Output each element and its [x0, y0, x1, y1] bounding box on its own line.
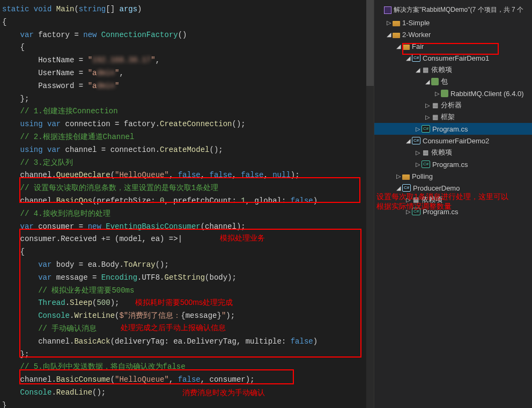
csproj-icon: C#	[412, 137, 420, 144]
tree-folder-2worker[interactable]: ◢2-Worker	[374, 28, 532, 40]
annotation-text-4: 消费消息时改为手动确认	[182, 387, 265, 399]
folder-icon	[393, 33, 400, 38]
framework-icon: ▦	[431, 113, 439, 121]
chevron-right-icon: ▷	[424, 114, 431, 121]
chevron-down-icon: ◢	[395, 185, 402, 192]
tree-analyzers[interactable]: ▷▦分析器	[374, 99, 532, 111]
package-icon	[431, 78, 439, 85]
annotation-text-1: 模拟处理业务	[220, 232, 265, 245]
annotation-text-side2: 根据实际情况调整数量	[376, 202, 531, 212]
chevron-right-icon: ▷	[414, 126, 422, 133]
chevron-right-icon: ▷	[395, 173, 402, 180]
tree-file-program1[interactable]: ▷C#Program.cs	[374, 123, 532, 135]
tree-project-consumerfairdemo1[interactable]: ◢C#ConsumerFairDemo1	[374, 52, 532, 64]
folder-icon	[402, 45, 410, 50]
analyzer-icon: ▦	[431, 101, 439, 109]
dependencies-icon: ▦	[422, 66, 429, 74]
annotation-text-2: 模拟耗时需要500ms处理完成	[135, 296, 233, 309]
solution-explorer[interactable]: 解决方案"RabbitMQDemo"(7 个项目，共 7 个 ▷1-Simple…	[374, 0, 532, 408]
tree-project-consumerfairdemo2[interactable]: ◢C#ConsumerFairDemo2	[374, 135, 532, 147]
dependencies-icon: ▦	[422, 149, 429, 156]
csproj-icon: C#	[412, 54, 420, 62]
annotation-text-side1: 设置每次取1条消息进行处理，这里可以	[376, 192, 531, 202]
tree-folder-1simple[interactable]: ▷1-Simple	[374, 17, 532, 28]
chevron-down-icon: ◢	[395, 43, 402, 50]
chevron-right-icon: ▷	[385, 19, 393, 26]
tree-dependencies[interactable]: ◢▦依赖项	[374, 64, 532, 76]
chevron-right-icon: ▷	[424, 102, 431, 109]
chevron-right-icon: ▷	[414, 161, 422, 168]
chevron-right-icon: ▷	[433, 90, 441, 97]
folder-icon	[402, 174, 410, 180]
tree-package-rabbitmq[interactable]: ▷RabbitMQ.Client (6.4.0)	[374, 88, 532, 99]
tree-packages[interactable]: ◢包	[374, 76, 532, 88]
solution-header[interactable]: 解决方案"RabbitMQDemo"(7 个项目，共 7 个	[374, 4, 532, 17]
chevron-down-icon: ◢	[424, 78, 431, 85]
tree-frameworks[interactable]: ▷▦框架	[374, 111, 532, 123]
folder-icon	[393, 21, 400, 26]
annotation-text-3: 处理完成之后手动上报确认信息	[121, 322, 226, 334]
editor-scrollbar[interactable]	[366, 0, 374, 408]
csproj-icon: C#	[402, 184, 411, 192]
chevron-right-icon: ▷	[414, 149, 422, 156]
tree-file-program2[interactable]: ▷C#Program.cs	[374, 158, 532, 170]
package-icon	[441, 90, 448, 97]
code-editor[interactable]: static void Main(string[] args) { var fa…	[0, 0, 374, 408]
tree-folder-polling[interactable]: ▷Polling	[374, 170, 532, 182]
chevron-down-icon: ◢	[385, 31, 393, 38]
chevron-down-icon: ◢	[414, 67, 422, 74]
csfile-icon: C#	[422, 125, 430, 133]
solution-icon	[384, 6, 391, 14]
tree-folder-fair[interactable]: ◢Fair	[374, 40, 532, 52]
tree-dependencies-2[interactable]: ▷▦依赖项	[374, 147, 532, 158]
csfile-icon: C#	[422, 161, 430, 168]
chevron-down-icon: ◢	[404, 137, 412, 144]
chevron-down-icon: ◢	[404, 55, 412, 62]
